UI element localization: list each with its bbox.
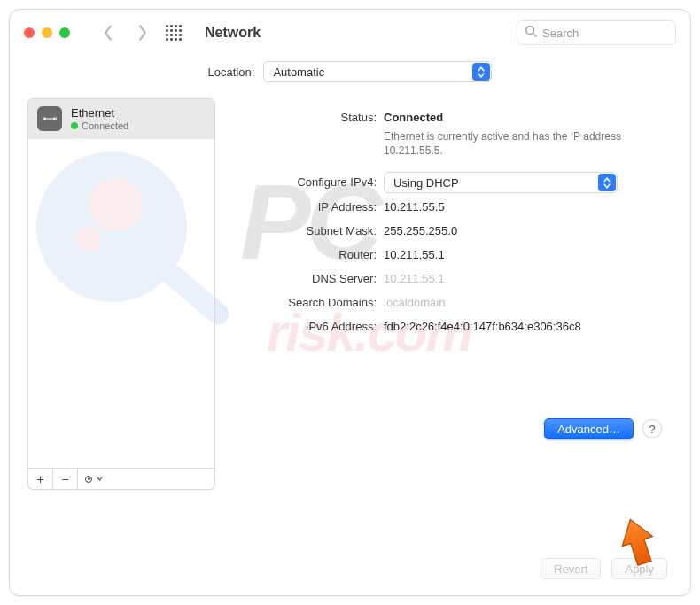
ethernet-icon	[37, 106, 62, 131]
svg-point-2	[43, 118, 46, 120]
ip-address-label: IP Address:	[226, 197, 384, 217]
service-actions-menu[interactable]	[78, 469, 110, 489]
svg-point-3	[53, 118, 56, 120]
search-icon	[525, 25, 537, 41]
show-all-prefs-button[interactable]	[166, 25, 182, 41]
status-dot-icon	[71, 122, 78, 129]
network-prefpane-window: PC risk.com Network	[9, 9, 691, 596]
gear-icon	[85, 476, 92, 483]
search-input[interactable]	[542, 27, 691, 40]
dns-server-label: DNS Server:	[226, 268, 384, 289]
configure-ipv4-label: Configure IPv4:	[226, 172, 384, 192]
service-status-text: Connected	[82, 120, 128, 132]
services-toolbar: + −	[27, 469, 215, 490]
close-window-button[interactable]	[24, 27, 35, 38]
status-label: Status:	[226, 107, 384, 128]
status-value: Connected	[384, 107, 662, 128]
services-sidebar: Ethernet Connected + −	[27, 98, 215, 490]
minimize-window-button[interactable]	[42, 27, 52, 38]
window-title: Network	[205, 25, 261, 41]
ipv6-address-value: fdb2:2c26:f4e4:0:147f:b634:e306:36c8	[384, 316, 662, 337]
location-select[interactable]: Automatic	[263, 61, 492, 82]
location-label: Location:	[208, 66, 255, 79]
window-controls	[24, 27, 70, 38]
remove-service-button[interactable]: −	[53, 469, 78, 489]
location-row: Location: Automatic	[10, 61, 690, 82]
apply-button[interactable]: Apply	[611, 558, 667, 579]
detail-pane: Status: Connected Ethernet is currently …	[222, 98, 673, 490]
advanced-button[interactable]: Advanced…	[544, 418, 634, 439]
forward-button[interactable]	[134, 22, 150, 43]
service-status: Connected	[71, 120, 128, 132]
router-value: 10.211.55.1	[384, 244, 662, 265]
service-item-ethernet[interactable]: Ethernet Connected	[28, 99, 214, 139]
search-domains-value: localdomain	[384, 292, 662, 313]
add-service-button[interactable]: +	[28, 469, 53, 489]
router-label: Router:	[226, 244, 384, 265]
updown-icon	[472, 63, 490, 81]
help-button[interactable]: ?	[642, 419, 662, 438]
chevron-down-icon	[97, 477, 103, 481]
window-footer: Revert Apply	[10, 546, 690, 595]
configure-ipv4-value: Using DHCP	[393, 176, 459, 190]
ipv6-address-label: IPv6 Address:	[226, 316, 384, 337]
status-description: Ethernet is currently active and has the…	[384, 128, 649, 168]
dns-server-value: 10.211.55.1	[384, 268, 662, 289]
search-field-wrap[interactable]	[517, 20, 676, 45]
subnet-mask-label: Subnet Mask:	[226, 221, 384, 241]
ip-address-value: 10.211.55.5	[384, 197, 662, 217]
configure-ipv4-select[interactable]: Using DHCP	[384, 172, 618, 193]
updown-icon	[598, 174, 616, 191]
services-list[interactable]: Ethernet Connected	[27, 98, 215, 469]
location-select-value: Automatic	[273, 66, 324, 79]
toolbar: Network	[10, 10, 690, 56]
svg-line-1	[533, 34, 537, 37]
revert-button[interactable]: Revert	[541, 558, 601, 579]
search-domains-label: Search Domains:	[226, 292, 384, 313]
zoom-window-button[interactable]	[59, 27, 70, 38]
service-name: Ethernet	[71, 106, 128, 120]
subnet-mask-value: 255.255.255.0	[384, 221, 662, 241]
back-button[interactable]	[100, 22, 116, 43]
